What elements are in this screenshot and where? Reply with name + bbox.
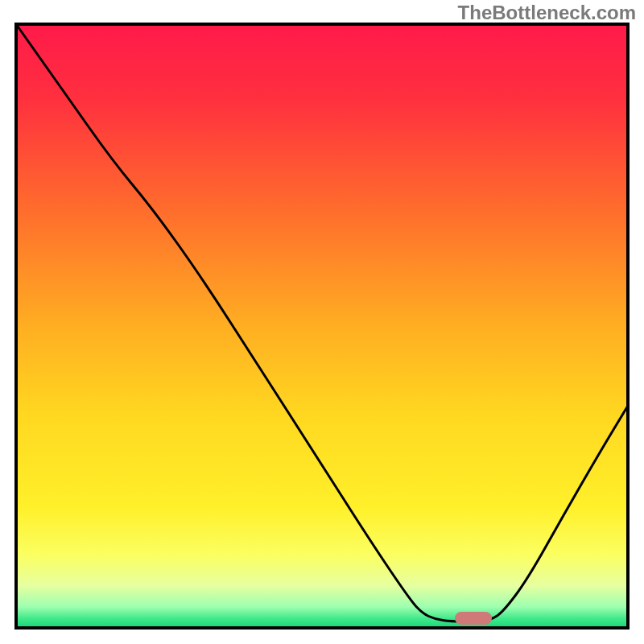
plot-svg bbox=[0, 0, 644, 644]
optimal-marker bbox=[455, 612, 492, 625]
watermark-text: TheBottleneck.com bbox=[458, 2, 636, 24]
plot-background bbox=[16, 24, 628, 628]
chart-canvas: TheBottleneck.com bbox=[0, 0, 644, 644]
